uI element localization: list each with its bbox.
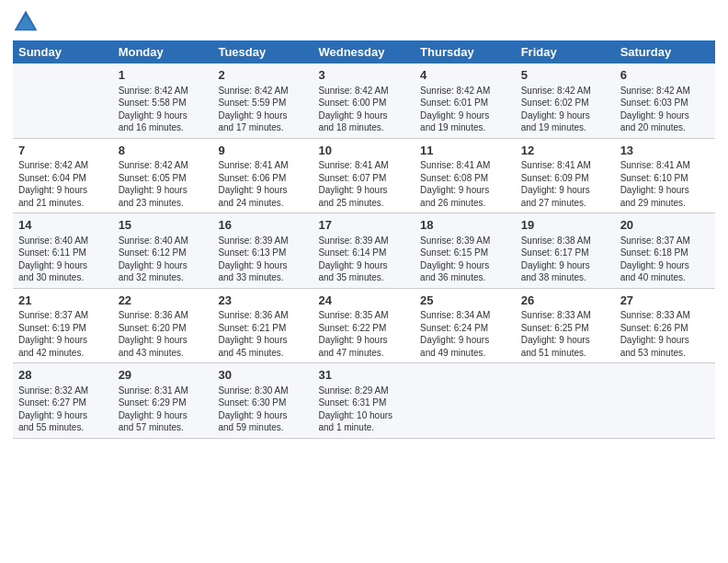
day-number: 18 (420, 217, 510, 234)
day-info: Sunrise: 8:41 AM Sunset: 6:06 PM Dayligh… (218, 159, 307, 209)
day-number: 11 (420, 143, 510, 159)
calendar-cell: 7Sunrise: 8:42 AM Sunset: 6:04 PM Daylig… (13, 138, 113, 213)
logo (13, 9, 42, 35)
day-info: Sunrise: 8:41 AM Sunset: 6:10 PM Dayligh… (620, 159, 710, 209)
day-number: 14 (18, 217, 108, 234)
calendar-cell: 25Sunrise: 8:34 AM Sunset: 6:24 PM Dayli… (415, 288, 516, 363)
day-info: Sunrise: 8:42 AM Sunset: 6:05 PM Dayligh… (119, 159, 208, 209)
calendar-cell (615, 363, 715, 439)
calendar-cell: 17Sunrise: 8:39 AM Sunset: 6:14 PM Dayli… (313, 213, 415, 289)
calendar-cell: 13Sunrise: 8:41 AM Sunset: 6:10 PM Dayli… (615, 138, 715, 213)
day-number: 3 (318, 67, 409, 84)
weekday-header-cell: Monday (113, 40, 213, 63)
calendar-cell: 30Sunrise: 8:30 AM Sunset: 6:30 PM Dayli… (212, 363, 313, 439)
day-info: Sunrise: 8:42 AM Sunset: 6:00 PM Dayligh… (318, 85, 409, 134)
page-container: SundayMondayTuesdayWednesdayThursdayFrid… (0, 0, 728, 563)
calendar-cell (13, 63, 113, 138)
day-number: 31 (318, 367, 409, 384)
calendar-cell: 31Sunrise: 8:29 AM Sunset: 6:31 PM Dayli… (313, 363, 415, 439)
day-info: Sunrise: 8:39 AM Sunset: 6:14 PM Dayligh… (318, 235, 409, 284)
day-info: Sunrise: 8:32 AM Sunset: 6:27 PM Dayligh… (18, 385, 108, 434)
calendar-cell: 18Sunrise: 8:39 AM Sunset: 6:15 PM Dayli… (415, 213, 516, 289)
day-info: Sunrise: 8:42 AM Sunset: 5:58 PM Dayligh… (119, 85, 208, 134)
day-info: Sunrise: 8:39 AM Sunset: 6:13 PM Dayligh… (218, 235, 307, 284)
day-info: Sunrise: 8:42 AM Sunset: 5:59 PM Dayligh… (218, 85, 307, 134)
weekday-header-cell: Sunday (13, 40, 113, 63)
calendar-cell: 3Sunrise: 8:42 AM Sunset: 6:00 PM Daylig… (313, 63, 415, 138)
day-number: 4 (420, 67, 510, 84)
day-number: 27 (620, 293, 710, 309)
calendar-cell (516, 363, 615, 439)
day-number: 26 (521, 293, 609, 309)
weekday-header-cell: Wednesday (313, 40, 415, 63)
calendar-cell: 15Sunrise: 8:40 AM Sunset: 6:12 PM Dayli… (113, 213, 213, 289)
day-info: Sunrise: 8:30 AM Sunset: 6:30 PM Dayligh… (218, 385, 307, 434)
calendar-cell: 14Sunrise: 8:40 AM Sunset: 6:11 PM Dayli… (13, 213, 113, 289)
day-info: Sunrise: 8:41 AM Sunset: 6:08 PM Dayligh… (420, 159, 510, 209)
calendar-week-row: 14Sunrise: 8:40 AM Sunset: 6:11 PM Dayli… (13, 213, 715, 289)
calendar-cell: 4Sunrise: 8:42 AM Sunset: 6:01 PM Daylig… (415, 63, 516, 138)
calendar-cell: 6Sunrise: 8:42 AM Sunset: 6:03 PM Daylig… (615, 63, 715, 138)
calendar-cell: 5Sunrise: 8:42 AM Sunset: 6:02 PM Daylig… (516, 63, 615, 138)
weekday-header-cell: Thursday (415, 40, 516, 63)
day-info: Sunrise: 8:42 AM Sunset: 6:01 PM Dayligh… (420, 85, 510, 134)
calendar-week-row: 28Sunrise: 8:32 AM Sunset: 6:27 PM Dayli… (13, 363, 715, 439)
calendar-cell: 29Sunrise: 8:31 AM Sunset: 6:29 PM Dayli… (113, 363, 213, 439)
day-info: Sunrise: 8:42 AM Sunset: 6:04 PM Dayligh… (18, 159, 108, 209)
day-number: 12 (521, 143, 609, 159)
calendar-cell: 10Sunrise: 8:41 AM Sunset: 6:07 PM Dayli… (313, 138, 415, 213)
calendar-cell: 23Sunrise: 8:36 AM Sunset: 6:21 PM Dayli… (212, 288, 313, 363)
day-number: 22 (119, 293, 208, 309)
day-number: 13 (620, 143, 710, 159)
calendar-cell: 11Sunrise: 8:41 AM Sunset: 6:08 PM Dayli… (415, 138, 516, 213)
day-number: 7 (18, 143, 108, 159)
day-info: Sunrise: 8:42 AM Sunset: 6:03 PM Dayligh… (620, 85, 710, 134)
day-info: Sunrise: 8:33 AM Sunset: 6:25 PM Dayligh… (521, 309, 609, 359)
day-number: 29 (119, 367, 208, 384)
day-number: 5 (521, 67, 609, 84)
day-number: 21 (18, 293, 108, 309)
calendar-cell: 16Sunrise: 8:39 AM Sunset: 6:13 PM Dayli… (212, 213, 313, 289)
day-info: Sunrise: 8:29 AM Sunset: 6:31 PM Dayligh… (318, 385, 409, 434)
calendar-cell (415, 363, 516, 439)
logo-icon (13, 9, 39, 35)
calendar-table: SundayMondayTuesdayWednesdayThursdayFrid… (13, 40, 715, 439)
day-info: Sunrise: 8:33 AM Sunset: 6:26 PM Dayligh… (620, 309, 710, 359)
weekday-header-cell: Saturday (615, 40, 715, 63)
calendar-week-row: 1Sunrise: 8:42 AM Sunset: 5:58 PM Daylig… (13, 63, 715, 138)
day-info: Sunrise: 8:36 AM Sunset: 6:20 PM Dayligh… (119, 309, 208, 359)
day-number: 8 (119, 143, 208, 159)
day-number: 20 (620, 217, 710, 234)
day-number: 24 (318, 293, 409, 309)
day-number: 30 (218, 367, 307, 384)
calendar-cell: 9Sunrise: 8:41 AM Sunset: 6:06 PM Daylig… (212, 138, 313, 213)
day-number: 25 (420, 293, 510, 309)
day-number: 2 (218, 67, 307, 84)
calendar-cell: 20Sunrise: 8:37 AM Sunset: 6:18 PM Dayli… (615, 213, 715, 289)
calendar-cell: 1Sunrise: 8:42 AM Sunset: 5:58 PM Daylig… (113, 63, 213, 138)
weekday-header-cell: Tuesday (212, 40, 313, 63)
day-number: 9 (218, 143, 307, 159)
weekday-header-row: SundayMondayTuesdayWednesdayThursdayFrid… (13, 40, 715, 63)
day-info: Sunrise: 8:41 AM Sunset: 6:09 PM Dayligh… (521, 159, 609, 209)
calendar-cell: 28Sunrise: 8:32 AM Sunset: 6:27 PM Dayli… (13, 363, 113, 439)
day-number: 6 (620, 67, 710, 84)
day-number: 23 (218, 293, 307, 309)
day-info: Sunrise: 8:41 AM Sunset: 6:07 PM Dayligh… (318, 159, 409, 209)
day-number: 15 (119, 217, 208, 234)
day-info: Sunrise: 8:40 AM Sunset: 6:12 PM Dayligh… (119, 235, 208, 284)
calendar-cell: 12Sunrise: 8:41 AM Sunset: 6:09 PM Dayli… (516, 138, 615, 213)
calendar-body: 1Sunrise: 8:42 AM Sunset: 5:58 PM Daylig… (13, 63, 715, 438)
day-number: 19 (521, 217, 609, 234)
day-info: Sunrise: 8:38 AM Sunset: 6:17 PM Dayligh… (521, 235, 609, 284)
day-info: Sunrise: 8:36 AM Sunset: 6:21 PM Dayligh… (218, 309, 307, 359)
day-number: 28 (18, 367, 108, 384)
calendar-cell: 24Sunrise: 8:35 AM Sunset: 6:22 PM Dayli… (313, 288, 415, 363)
day-info: Sunrise: 8:34 AM Sunset: 6:24 PM Dayligh… (420, 309, 510, 359)
day-info: Sunrise: 8:37 AM Sunset: 6:19 PM Dayligh… (18, 309, 108, 359)
calendar-cell: 27Sunrise: 8:33 AM Sunset: 6:26 PM Dayli… (615, 288, 715, 363)
day-info: Sunrise: 8:35 AM Sunset: 6:22 PM Dayligh… (318, 309, 409, 359)
day-number: 10 (318, 143, 409, 159)
day-number: 1 (119, 67, 208, 84)
calendar-cell: 21Sunrise: 8:37 AM Sunset: 6:19 PM Dayli… (13, 288, 113, 363)
